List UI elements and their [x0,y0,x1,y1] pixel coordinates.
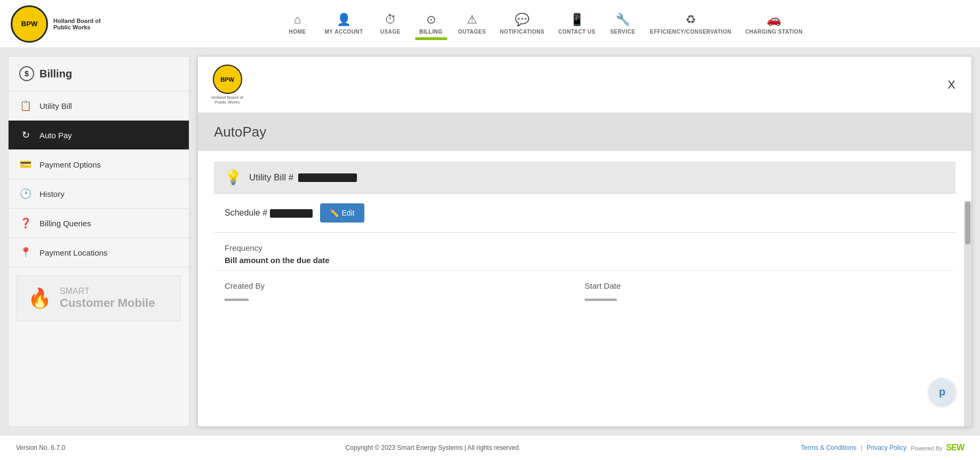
nav-item-usage[interactable]: ⏱USAGE [372,9,409,39]
schedule-label: Schedule # [225,208,313,218]
schedule-label-text: Schedule # [225,208,267,217]
page-footer: Version No. 6.7.0 Copyright © 2023 Smart… [0,435,980,460]
service-icon: 🔧 [616,13,630,27]
nav-item-efficiency[interactable]: ♻EFFICIENCY/CONSERVATION [644,9,737,39]
modal-logo-subtitle: Holland Board of Public Works [209,95,246,105]
payment-locations-sidebar-label: Payment Locations [39,248,108,257]
history-sidebar-label: History [39,189,65,199]
modal-body: 💡 Utility Bill # Schedule # ✏️ Edit [198,151,971,426]
main-content: $ Billing 📋Utility Bill↻Auto Pay💳Payment… [0,48,980,435]
home-icon: ⌂ [294,13,301,27]
smart-text: SMART Customer Mobile [60,287,155,310]
notifications-icon: 💬 [515,13,529,27]
usage-icon: ⏱ [385,13,396,27]
billing-icon: ⊙ [426,13,436,27]
p-icon: p [939,386,945,398]
nav-item-notifications[interactable]: 💬NOTIFICATIONS [495,9,550,39]
frequency-section: Frequency Bill amount on the due date [214,233,955,271]
sidebar-item-payment-locations[interactable]: 📍Payment Locations [9,238,189,267]
utility-bill-label: Utility Bill # [249,172,293,183]
usage-label: USAGE [380,29,401,35]
my-account-icon: 👤 [337,13,351,27]
utility-bill-sidebar-label: Utility Bill [39,101,72,110]
modal-header: BPW Holland Board of Public Works X [198,57,971,113]
meta-row: Created By ▬▬▬ Start Date ▬▬▬▬ [214,271,955,308]
service-label: SERVICE [610,29,635,35]
payment-locations-sidebar-icon: 📍 [19,247,32,258]
created-by-label: Created By [225,281,585,290]
sidebar-item-auto-pay[interactable]: ↻Auto Pay [9,121,189,150]
terms-link[interactable]: Terms & Conditions [801,444,856,451]
auto-pay-sidebar-label: Auto Pay [39,131,72,140]
autopay-modal: BPW Holland Board of Public Works X Auto… [197,56,972,427]
history-sidebar-icon: 🕐 [19,188,32,200]
smart-label-bottom: Customer Mobile [60,296,155,310]
schedule-row: Schedule # ✏️ Edit [214,193,955,233]
copyright-text: Copyright © 2023 Smart Energy Systems | … [65,444,801,451]
scroll-track[interactable] [964,201,971,426]
auto-pay-sidebar-icon: ↻ [19,129,32,141]
nav-items: ⌂HOME👤MY ACCOUNT⏱USAGE⊙BILLING⚠OUTAGES💬N… [117,9,969,39]
frequency-label: Frequency [225,243,945,252]
nav-item-my-account[interactable]: 👤MY ACCOUNT [319,9,368,39]
version-text: Version No. 6.7.0 [16,444,65,451]
my-account-label: MY ACCOUNT [324,29,363,35]
nav-item-contact-us[interactable]: 📱CONTACT US [553,9,601,39]
created-by-value: ▬▬▬ [225,294,585,303]
billing-icon: $ [19,66,34,81]
start-date-value: ▬▬▬▬ [585,294,945,303]
logo-text: BPW [21,20,37,28]
nav-item-outages[interactable]: ⚠OUTAGES [453,9,491,39]
outages-label: OUTAGES [458,29,486,35]
payment-options-sidebar-label: Payment Options [39,160,101,169]
billing-queries-sidebar-icon: ❓ [19,217,32,229]
start-date-label: Start Date [585,281,945,290]
payment-options-sidebar-icon: 💳 [19,158,32,170]
sidebar: $ Billing 📋Utility Bill↻Auto Pay💳Payment… [8,56,189,427]
powered-by-text: Powered By SEW [911,443,964,453]
nav-item-service[interactable]: 🔧SERVICE [604,9,641,39]
home-label: HOME [289,29,306,35]
frequency-value: Bill amount on the due date [225,256,945,265]
utility-bill-sidebar-icon: 📋 [19,100,32,112]
modal-logo-area: BPW Holland Board of Public Works [209,65,246,105]
footer-divider: | [861,444,862,451]
sidebar-item-payment-options[interactable]: 💳Payment Options [9,150,189,179]
smart-label-top: SMART [60,287,155,296]
sidebar-item-history[interactable]: 🕐History [9,179,189,209]
lightbulb-icon: 💡 [225,169,242,186]
sidebar-items: 📋Utility Bill↻Auto Pay💳Payment Options🕐H… [9,91,189,267]
sidebar-item-utility-bill[interactable]: 📋Utility Bill [9,91,189,121]
content-area: BPW Holland Board of Public Works X Auto… [197,56,972,427]
privacy-link[interactable]: Privacy Policy [866,444,906,451]
modal-close-button[interactable]: X [942,75,961,94]
billing-label: BILLING [419,29,443,35]
nav-item-charging[interactable]: 🚗CHARGING STATION [740,9,808,39]
pencil-icon: ✏️ [330,209,339,217]
start-date-section: Start Date ▬▬▬▬ [585,281,945,303]
bpw-logo: BPW [11,5,48,43]
utility-bill-row: 💡 Utility Bill # [214,162,955,193]
smart-icon: 🔥 [28,287,52,310]
sidebar-item-billing-queries[interactable]: ❓Billing Queries [9,209,189,238]
notifications-label: NOTIFICATIONS [500,29,545,35]
top-navigation: BPW Holland Board of Public Works ⌂HOME👤… [0,0,980,48]
footer-links: Terms & Conditions | Privacy Policy Powe… [801,443,964,453]
autopay-heading: AutoPay [198,113,971,151]
contact-us-label: CONTACT US [558,29,595,35]
charging-label: CHARGING STATION [745,29,803,35]
billing-queries-sidebar-label: Billing Queries [39,219,91,228]
nav-item-home[interactable]: ⌂HOME [278,9,316,39]
efficiency-icon: ♻ [686,13,696,27]
edit-button[interactable]: ✏️ Edit [320,203,364,223]
schedule-redacted [270,209,313,218]
modal-logo-text: BPW [220,76,234,83]
powered-by-label: Powered By [911,445,942,451]
sew-logo: SEW [946,443,964,452]
sidebar-title: $ Billing [9,57,189,91]
autopay-title: AutoPay [214,124,266,140]
floating-action-button[interactable]: p [929,378,955,405]
scroll-thumb [965,202,970,244]
nav-item-billing[interactable]: ⊙BILLING [412,9,450,39]
sidebar-title-text: Billing [39,68,72,80]
